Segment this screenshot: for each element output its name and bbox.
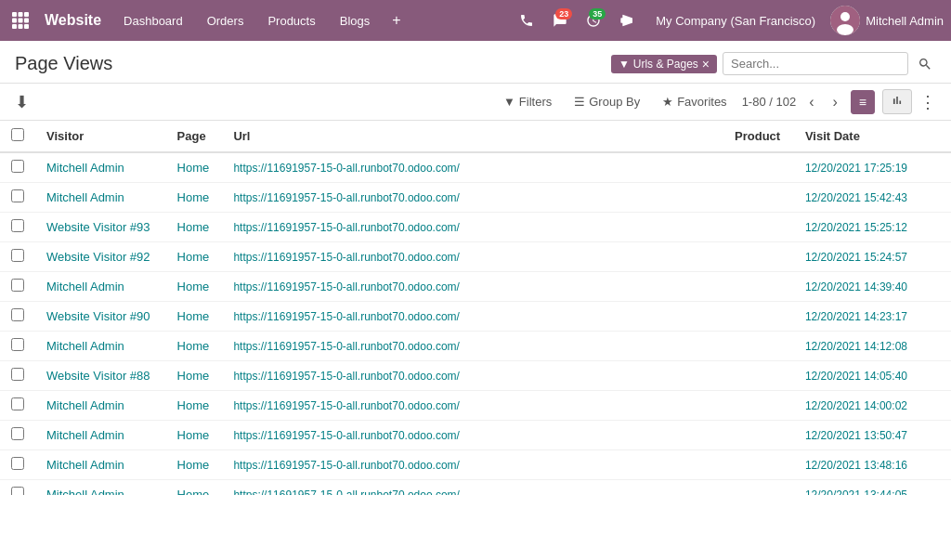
page-link[interactable]: Home — [177, 398, 210, 412]
url-link[interactable]: https://11691957-15-0-all.runbot70.odoo.… — [233, 370, 460, 383]
row-checkbox-cell[interactable] — [0, 242, 35, 272]
url-link[interactable]: https://11691957-15-0-all.runbot70.odoo.… — [233, 399, 460, 412]
page-link[interactable]: Home — [177, 190, 210, 204]
page-link[interactable]: Home — [177, 428, 210, 442]
row-checkbox[interactable] — [11, 308, 24, 321]
url-link[interactable]: https://11691957-15-0-all.runbot70.odoo.… — [233, 429, 460, 442]
visitor-link[interactable]: Website Visitor #92 — [46, 250, 150, 264]
url-link[interactable]: https://11691957-15-0-all.runbot70.odoo.… — [233, 488, 460, 495]
brand-name[interactable]: Website — [37, 12, 109, 29]
row-checkbox-cell[interactable] — [0, 302, 35, 332]
select-all-header[interactable] — [0, 121, 35, 152]
row-checkbox[interactable] — [11, 397, 24, 410]
url-cell: https://11691957-15-0-all.runbot70.odoo.… — [222, 302, 723, 332]
visit-date-column-header[interactable]: Visit Date — [794, 121, 923, 152]
filter-tag-urls-pages[interactable]: ▼ Urls & Pages × — [611, 55, 717, 73]
visitor-link[interactable]: Website Visitor #90 — [46, 309, 150, 323]
company-selector[interactable]: My Company (San Francisco) — [646, 14, 825, 28]
list-view-button[interactable]: ≡ — [851, 90, 875, 114]
visitor-link[interactable]: Mitchell Admin — [46, 339, 124, 353]
url-link[interactable]: https://11691957-15-0-all.runbot70.odoo.… — [233, 340, 460, 353]
visitor-link[interactable]: Mitchell Admin — [46, 280, 124, 293]
page-link[interactable]: Home — [177, 339, 210, 353]
groupby-button[interactable]: ☰ Group By — [567, 91, 647, 112]
page-link[interactable]: Home — [177, 220, 210, 234]
select-all-checkbox[interactable] — [11, 128, 24, 141]
url-link[interactable]: https://11691957-15-0-all.runbot70.odoo.… — [233, 162, 460, 175]
favorites-button[interactable]: ★ Favorites — [655, 91, 734, 112]
product-cell — [723, 361, 794, 391]
visitor-link[interactable]: Mitchell Admin — [46, 488, 124, 495]
row-checkbox-cell[interactable] — [0, 480, 35, 496]
row-checkbox[interactable] — [11, 219, 24, 232]
chat-icon[interactable]: 23 — [546, 7, 574, 34]
search-icon[interactable] — [914, 53, 936, 75]
page-link[interactable]: Home — [177, 369, 210, 383]
chart-view-button[interactable] — [882, 89, 912, 114]
visitor-link[interactable]: Mitchell Admin — [46, 458, 124, 472]
topnav-icons: 23 35 My Company (San Francisco) Mitchel… — [513, 6, 944, 35]
nav-products[interactable]: Products — [256, 8, 326, 33]
page-link[interactable]: Home — [177, 488, 210, 495]
url-link[interactable]: https://11691957-15-0-all.runbot70.odoo.… — [233, 280, 460, 293]
page-link[interactable]: Home — [177, 458, 210, 472]
search-input[interactable] — [723, 52, 908, 75]
visitor-link[interactable]: Mitchell Admin — [46, 428, 124, 442]
visitor-column-header[interactable]: Visitor — [35, 121, 166, 152]
page-link[interactable]: Home — [177, 161, 210, 175]
product-cell — [723, 450, 794, 480]
url-link[interactable]: https://11691957-15-0-all.runbot70.odoo.… — [233, 221, 460, 234]
url-column-header[interactable]: Url — [222, 121, 723, 152]
column-options-button[interactable]: ⋮ — [919, 92, 936, 112]
row-checkbox[interactable] — [11, 249, 24, 262]
row-checkbox-cell[interactable] — [0, 391, 35, 421]
visitor-link[interactable]: Mitchell Admin — [46, 161, 124, 175]
row-checkbox[interactable] — [11, 338, 24, 351]
row-checkbox[interactable] — [11, 427, 24, 440]
visitor-link[interactable]: Website Visitor #93 — [46, 220, 150, 234]
filters-button[interactable]: ▼ Filters — [496, 91, 559, 112]
row-checkbox[interactable] — [11, 160, 24, 173]
clock-icon[interactable]: 35 — [580, 7, 607, 34]
row-checkbox[interactable] — [11, 279, 24, 292]
row-checkbox[interactable] — [11, 189, 24, 202]
row-checkbox-cell[interactable] — [0, 152, 35, 183]
visitor-link[interactable]: Website Visitor #88 — [46, 369, 150, 383]
visitor-link[interactable]: Mitchell Admin — [46, 398, 124, 412]
row-checkbox[interactable] — [11, 487, 24, 495]
pagination-next-button[interactable]: › — [827, 92, 843, 112]
url-link[interactable]: https://11691957-15-0-all.runbot70.odoo.… — [233, 459, 460, 472]
page-link[interactable]: Home — [177, 250, 210, 264]
settings-icon[interactable] — [613, 7, 641, 34]
row-checkbox-cell[interactable] — [0, 332, 35, 361]
row-checkbox-cell[interactable] — [0, 450, 35, 480]
page-link[interactable]: Home — [177, 280, 210, 293]
row-checkbox-cell[interactable] — [0, 183, 35, 213]
row-checkbox-cell[interactable] — [0, 421, 35, 450]
row-checkbox-cell[interactable] — [0, 361, 35, 391]
page-link[interactable]: Home — [177, 309, 210, 323]
row-checkbox-cell[interactable] — [0, 213, 35, 242]
username-display[interactable]: Mitchell Admin — [866, 14, 944, 28]
download-button[interactable]: ⬇ — [15, 92, 29, 112]
add-menu-button[interactable]: + — [383, 7, 410, 34]
nav-orders[interactable]: Orders — [196, 8, 255, 33]
grid-icon[interactable] — [7, 7, 33, 33]
row-checkbox[interactable] — [11, 457, 24, 470]
pagination-prev-button[interactable]: ‹ — [803, 92, 819, 112]
url-link[interactable]: https://11691957-15-0-all.runbot70.odoo.… — [233, 191, 460, 204]
product-column-header[interactable]: Product — [723, 121, 794, 152]
visitor-link[interactable]: Mitchell Admin — [46, 190, 124, 204]
filter-tag-close-button[interactable]: × — [702, 57, 710, 72]
url-cell: https://11691957-15-0-all.runbot70.odoo.… — [222, 272, 723, 302]
row-checkbox-cell[interactable] — [0, 272, 35, 302]
url-link[interactable]: https://11691957-15-0-all.runbot70.odoo.… — [233, 310, 460, 323]
url-link[interactable]: https://11691957-15-0-all.runbot70.odoo.… — [233, 251, 460, 264]
row-checkbox[interactable] — [11, 368, 24, 381]
nav-dashboard[interactable]: Dashboard — [112, 8, 194, 33]
avatar[interactable] — [830, 6, 860, 35]
nav-blogs[interactable]: Blogs — [329, 8, 382, 33]
page-column-header[interactable]: Page — [166, 121, 223, 152]
product-cell — [723, 391, 794, 421]
phone-icon[interactable] — [513, 7, 541, 34]
